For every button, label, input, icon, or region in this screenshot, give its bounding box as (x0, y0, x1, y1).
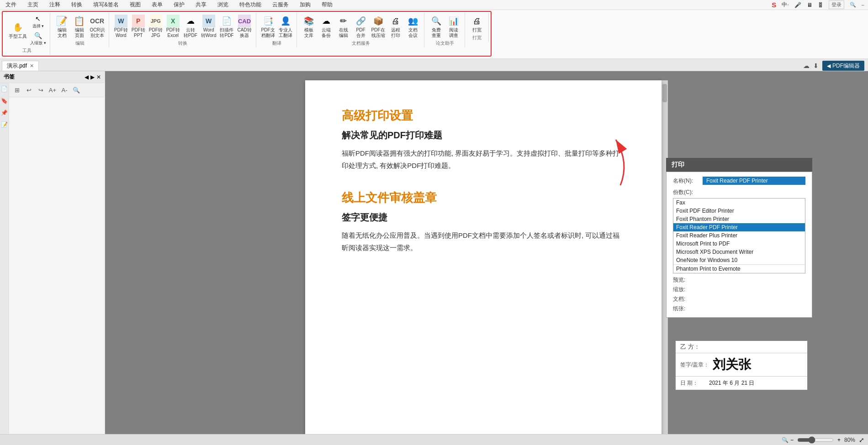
pdf-jpg-label: PDF转JPG (149, 27, 163, 38)
printer-list[interactable]: Fax Foxit PDF Editor Printer Foxit Phant… (673, 198, 805, 273)
menu-fill-sign[interactable]: 填写&签名 (91, 0, 121, 10)
free-check-btn[interactable]: 🔍 免费查重 (428, 14, 445, 39)
pdf-to-word-btn[interactable]: W PDF转Word (113, 14, 129, 39)
menu-convert[interactable]: 转换 (69, 0, 84, 10)
sidebar-redo-btn[interactable]: ↪ (36, 85, 46, 95)
select-btn[interactable]: ↖ 选择 ▾ (29, 14, 47, 30)
cloud-convert-btn[interactable]: ☁ 云转转PDF (182, 14, 199, 39)
scan-to-pdf-btn[interactable]: 📄 扫描件转PDF (218, 14, 235, 39)
menu-protect[interactable]: 保护 (172, 0, 186, 10)
print-name-label: 名称(N): (673, 177, 703, 185)
menu-home[interactable]: 主页 (26, 0, 40, 10)
select-label: 选择 ▾ (32, 23, 44, 29)
minimize-btn[interactable]: − (862, 2, 864, 8)
printer-foxit-reader[interactable]: Foxit Reader PDF Printer (673, 223, 805, 231)
tab-pdf[interactable]: 演示.pdf ✕ (2, 61, 39, 71)
menu-purchase[interactable]: 加购 (298, 0, 312, 10)
login-btn[interactable]: 登录 (829, 0, 844, 9)
zoom-slider[interactable] (797, 436, 834, 444)
sidebar-prev-btn[interactable]: ◀ (85, 74, 89, 80)
doc-meeting-btn[interactable]: 👥 文档会议 (405, 14, 421, 39)
printer-evernote[interactable]: Phantom Print to Evernote (673, 264, 805, 273)
template-btn[interactable]: 📚 模板文库 (301, 14, 317, 39)
zoom-plus-label[interactable]: + (837, 437, 841, 443)
word-to-word-btn[interactable]: W Word转Word (200, 14, 218, 39)
cloud-sync-icon[interactable]: ☁ (803, 62, 810, 69)
menu-cloud[interactable]: 云服务 (270, 0, 291, 10)
edit-doc-btn[interactable]: 📝 编辑文档 (54, 14, 70, 39)
print-expand-btn[interactable]: 🖨 打宽 (469, 14, 485, 34)
pdf-area[interactable]: 高级打印设置 解决常见的PDF打印难题 福昕PDF阅读器拥有强大的打印功能, 界… (105, 71, 868, 445)
read-survey-label: 阅读调查 (449, 27, 458, 38)
paper-group-label: 论文助手 (436, 40, 454, 47)
printer-foxit-plus[interactable]: Foxit Reader Plus Printer (673, 231, 805, 240)
menu-annotate[interactable]: 注释 (48, 0, 62, 10)
sidebar-nav-page-icon[interactable]: 📄 (0, 85, 9, 93)
ribbon: ✋ 手型工具 ↖ 选择 ▾ 🔍 入缩放 ▾ 工具 (0, 10, 868, 59)
word-word-icon: W (202, 15, 215, 27)
ribbon-row-translate: 📑 PDF文档翻译 👤 专业人工翻译 (260, 14, 294, 39)
pdf-editor-button[interactable]: ◀ PDF编辑器 (822, 61, 864, 71)
remote-print-icon: 🖨 (389, 15, 402, 27)
pdf-compress-icon: 📦 (372, 15, 385, 27)
printer-ms-pdf[interactable]: Microsoft Print to PDF (673, 240, 805, 248)
sidebar-font-down-btn[interactable]: A- (59, 85, 69, 95)
print-expand-icon: 🖨 (471, 15, 483, 27)
print-doc-row: 文档: (673, 295, 805, 303)
printer-onenote[interactable]: OneNote for Windows 10 (673, 256, 805, 264)
online-edit-btn[interactable]: ✏ 在线编辑 (335, 14, 352, 39)
menu-file[interactable]: 文件 (4, 0, 18, 10)
sig-name-label: 签字/盖章： (680, 361, 709, 369)
sidebar-font-up-btn[interactable]: A+ (48, 85, 58, 95)
sidebar-next-btn[interactable]: ▶ (90, 74, 95, 80)
edit-page-btn[interactable]: 📋 编辑页面 (71, 14, 88, 39)
ribbon-highlight-border: ✋ 手型工具 ↖ 选择 ▾ 🔍 入缩放 ▾ 工具 (2, 11, 492, 57)
hand-tool-btn[interactable]: ✋ 手型工具 (7, 20, 28, 40)
menu-browse[interactable]: 浏览 (216, 0, 230, 10)
pdf-translate-btn[interactable]: 📑 PDF文档翻译 (260, 14, 276, 39)
online-edit-icon: ✏ (337, 15, 350, 27)
download-icon[interactable]: ⬇ (813, 62, 819, 69)
pdf-to-jpg-btn[interactable]: JPG PDF转JPG (148, 14, 164, 39)
menu-share[interactable]: 共享 (194, 0, 208, 10)
tab-close-btn[interactable]: ✕ (30, 63, 34, 69)
sidebar-undo-btn[interactable]: ↩ (24, 85, 34, 95)
expand-btn[interactable]: ⤢ (859, 436, 864, 444)
printer-fax[interactable]: Fax (673, 199, 805, 207)
menu-help[interactable]: 帮助 (320, 0, 334, 10)
sidebar-search-btn[interactable]: 🔍 (71, 85, 81, 95)
pdf-excel-icon: X (167, 15, 180, 27)
sig-name-row: 签字/盖章： 刘关张 (676, 353, 807, 376)
menu-special[interactable]: 特色功能 (238, 0, 263, 10)
pdf-to-excel-btn[interactable]: X PDF转Excel (165, 14, 181, 39)
printer-ms-xps[interactable]: Microsoft XPS Document Writer (673, 248, 805, 256)
pdf-compress-btn[interactable]: 📦 PDF在线压缩 (370, 14, 386, 39)
sidebar-nav-bookmark-icon[interactable]: 🔖 (0, 97, 9, 105)
ocr-btn[interactable]: OCR OCR识别文本 (89, 14, 106, 39)
printer-foxit-editor[interactable]: Foxit PDF Editor Printer (673, 207, 805, 215)
menu-view[interactable]: 视图 (128, 0, 143, 10)
sidebar-add-btn[interactable]: ⊞ (12, 85, 22, 95)
search-btn[interactable]: 🔍 (850, 2, 856, 8)
pdf-editor-arrow: ◀ (827, 63, 831, 69)
pdf-to-ppt-btn[interactable]: P PDF转PPT (130, 14, 147, 39)
cloud-backup-btn[interactable]: ☁ 云端备份 (318, 14, 334, 39)
sig-date-label: 日 期： (680, 379, 705, 387)
printer-foxit-phantom[interactable]: Foxit Phantom Printer (673, 215, 805, 223)
pdf-merge-btn[interactable]: 🔗 PDF合并 (353, 14, 369, 39)
sidebar-nav-note-icon[interactable]: 📝 (0, 120, 9, 129)
cad-convert-btn[interactable]: CAD CAD转换器 (236, 14, 253, 39)
scroll-thumb[interactable] (662, 84, 667, 102)
ribbon-row-docservice: 📚 模板文库 ☁ 云端备份 ✏ 在线编辑 🔗 PDF合并 (301, 14, 421, 39)
ribbon-row-print: 🖨 打宽 (469, 14, 485, 34)
zoom-btn[interactable]: 🔍 入缩放 ▾ (29, 31, 47, 47)
zoom-left-icons: 🔍 − (782, 437, 794, 443)
manual-translate-btn[interactable]: 👤 专业人工翻译 (277, 14, 294, 39)
sidebar-nav-pin-icon[interactable]: 📌 (0, 109, 9, 117)
zoom-minus-btn[interactable]: − (790, 437, 794, 443)
zoom-icon-left[interactable]: 🔍 (782, 437, 789, 443)
read-survey-btn[interactable]: 📊 阅读调查 (445, 14, 462, 39)
remote-print-btn[interactable]: 🖨 远程打印 (387, 14, 404, 39)
sidebar-close-btn[interactable]: ✕ (96, 74, 101, 80)
menu-form[interactable]: 表单 (150, 0, 164, 10)
